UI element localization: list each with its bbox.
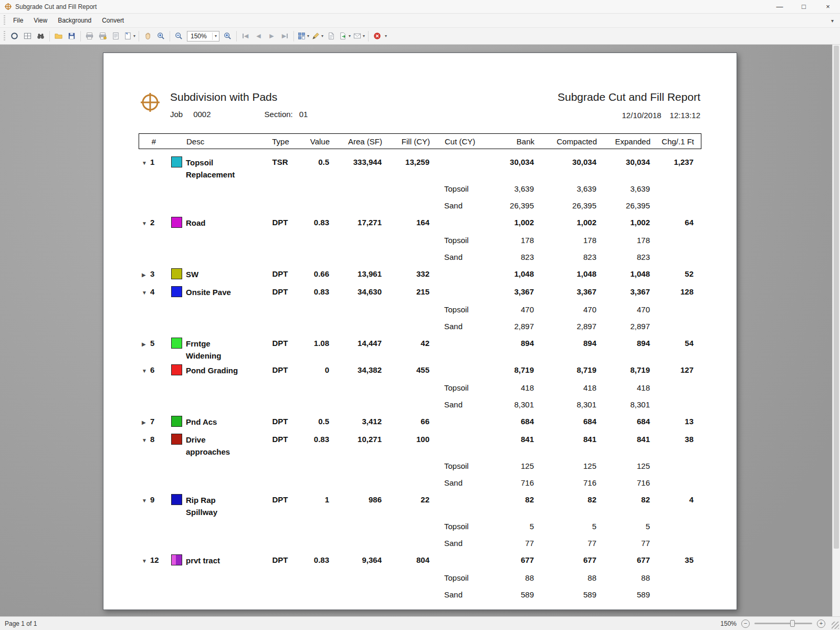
material-bank: 470 — [482, 301, 538, 318]
chg-cell: 13 — [654, 413, 701, 430]
value-cell: 0.83 — [297, 431, 332, 448]
col-header-type: Type — [264, 134, 297, 149]
menu-file[interactable]: File — [8, 14, 28, 27]
expand-triangle-icon[interactable]: ▶ — [142, 336, 150, 353]
cut-cell — [433, 431, 482, 448]
row-desc-cell: prvt tract — [165, 552, 264, 569]
prev-page-button[interactable]: ◀ — [252, 30, 265, 43]
email-button[interactable]: ▾ — [352, 30, 366, 43]
chg-cell: 54 — [654, 335, 701, 352]
row-desc-cell: SW — [165, 266, 264, 282]
material-subrow: Sand777777 — [139, 535, 701, 552]
cut-cell — [433, 214, 482, 231]
zoom-decrease-button[interactable]: − — [741, 620, 750, 628]
collapse-triangle-icon[interactable]: ▼ — [142, 285, 150, 301]
menubar-grip[interactable] — [4, 15, 5, 26]
collapse-triangle-icon[interactable]: ▼ — [142, 492, 150, 509]
menu-background[interactable]: Background — [52, 14, 97, 27]
menubar-overflow-icon[interactable]: ▾ — [831, 18, 834, 24]
thumbnails-button[interactable] — [21, 30, 34, 43]
watermark-button[interactable]: ▾ — [310, 30, 324, 43]
area-cell: 9,364 — [332, 552, 384, 569]
close-preview-button[interactable] — [371, 30, 384, 43]
zoom-select[interactable]: 150% ▾ — [187, 31, 219, 41]
row-desc-cell: Road — [165, 214, 264, 231]
document-button[interactable] — [324, 30, 338, 43]
toolbar-grip[interactable] — [4, 31, 5, 41]
table-row: ▼8Drive approachesDPT0.8310,271100841841… — [139, 431, 701, 458]
zoom-slider-thumb[interactable] — [790, 620, 795, 627]
minimize-button[interactable]: — — [768, 0, 792, 13]
open-button[interactable] — [52, 30, 65, 43]
first-page-button[interactable]: ◀ — [239, 30, 252, 43]
material-label: Sand — [433, 396, 482, 413]
compacted-cell: 8,719 — [538, 362, 600, 379]
zoom-out-button[interactable] — [172, 30, 185, 43]
report-title: Subgrade Cut and Fill Report — [558, 91, 700, 103]
table-row: ▶7Pnd AcsDPT0.53,4126668468468413 — [139, 413, 701, 431]
col-header-cut: Cut (CY) — [433, 134, 483, 149]
find-button[interactable] — [34, 30, 47, 43]
page-layout-button[interactable]: ▾ — [296, 30, 310, 43]
next-page-button[interactable]: ▶ — [265, 30, 278, 43]
collapse-triangle-icon[interactable]: ▼ — [142, 215, 150, 232]
save-button[interactable] — [65, 30, 78, 43]
page-setup-button[interactable]: ▾ — [122, 30, 136, 43]
menu-convert[interactable]: Convert — [97, 14, 129, 27]
last-page-button[interactable]: ▶ — [278, 30, 291, 43]
fill-cell: 455 — [384, 362, 433, 379]
layer-color-swatch — [171, 416, 182, 427]
value-cell: 0.5 — [297, 154, 332, 171]
export-caret-icon[interactable]: ▾ — [349, 34, 351, 38]
resize-grip-icon[interactable] — [832, 622, 839, 629]
print-preview-button[interactable] — [109, 30, 122, 43]
print-setup-button[interactable] — [96, 30, 109, 43]
compacted-cell: 677 — [538, 552, 600, 569]
menu-view[interactable]: View — [28, 14, 52, 27]
report-time: 12:13:12 — [670, 111, 700, 120]
vertical-scrollbar[interactable] — [832, 45, 840, 616]
email-caret-icon[interactable]: ▾ — [363, 34, 365, 38]
app-compass-icon — [4, 3, 12, 10]
bank-cell: 894 — [482, 335, 538, 352]
collapse-triangle-icon[interactable]: ▼ — [142, 432, 150, 449]
collapse-triangle-icon[interactable]: ▼ — [142, 363, 150, 380]
fill-cell: 804 — [384, 552, 433, 569]
row-desc-cell: Rip Rap Spillway — [165, 491, 264, 518]
scrollbar-thumb[interactable] — [834, 46, 839, 549]
page-setup-caret-icon[interactable]: ▾ — [133, 34, 135, 38]
pan-button[interactable] — [141, 30, 154, 43]
compacted-cell: 894 — [538, 335, 600, 352]
watermark-caret-icon[interactable]: ▾ — [321, 34, 323, 38]
close-button[interactable]: × — [816, 0, 840, 13]
expand-triangle-icon[interactable]: ▶ — [142, 414, 150, 431]
zoom-window-button[interactable] — [154, 30, 167, 43]
collapse-triangle-icon[interactable]: ▼ — [142, 155, 150, 172]
zoom-slider[interactable] — [754, 623, 812, 624]
last-page-icon — [287, 34, 288, 38]
export-button[interactable]: ▾ — [338, 30, 352, 43]
table-body: ▼1Topsoil ReplacementTSR0.5333,94413,259… — [139, 154, 701, 603]
fill-cell: 22 — [384, 491, 433, 508]
fill-cell: 66 — [384, 413, 433, 430]
row-number-cell: ▶7 — [139, 413, 165, 431]
collapse-triangle-icon[interactable]: ▼ — [142, 553, 150, 570]
zoom-select-caret-icon[interactable]: ▾ — [212, 33, 217, 40]
material-label: Sand — [433, 535, 482, 552]
zoom-increase-button[interactable]: + — [817, 620, 825, 628]
logo-circle-button[interactable] — [8, 30, 21, 43]
row-number-cell: ▼2 — [139, 214, 165, 232]
chg-cell: 38 — [654, 431, 701, 448]
page-layout-caret-icon[interactable]: ▾ — [307, 34, 309, 38]
print-button[interactable] — [83, 30, 96, 43]
material-subrow: Sand823823823 — [139, 249, 701, 266]
zoom-in-button[interactable] — [221, 30, 234, 43]
chg-cell: 35 — [654, 552, 701, 569]
close-options-caret-icon[interactable]: ▾ — [385, 34, 387, 38]
fill-cell: 215 — [384, 284, 433, 300]
col-header-fill: Fill (CY) — [385, 134, 433, 149]
value-cell: 0.66 — [297, 266, 332, 282]
maximize-button[interactable]: □ — [792, 0, 816, 13]
next-arrow-icon: ▶ — [282, 33, 286, 39]
expand-triangle-icon[interactable]: ▶ — [142, 267, 150, 284]
